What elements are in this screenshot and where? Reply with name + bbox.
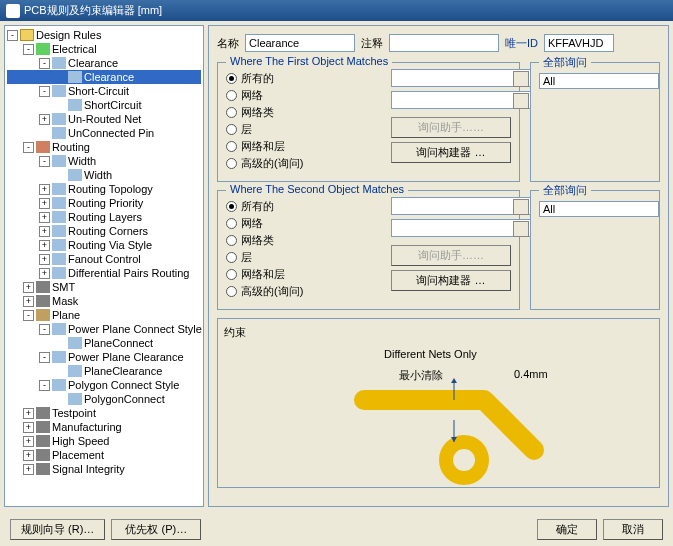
rule-icon bbox=[52, 197, 66, 209]
collapse-icon[interactable]: - bbox=[23, 142, 34, 153]
tree-rvia[interactable]: +Routing Via Style bbox=[7, 238, 201, 252]
tree-shortcircuit-grp[interactable]: -Short-Circuit bbox=[7, 84, 201, 98]
tree-polyconn-grp[interactable]: -Polygon Connect Style bbox=[7, 378, 201, 392]
expand-icon[interactable]: + bbox=[23, 408, 34, 419]
radio-netclass[interactable]: 网络类 bbox=[226, 105, 381, 120]
expand-icon[interactable]: + bbox=[23, 296, 34, 307]
collapse-icon[interactable]: - bbox=[39, 58, 50, 69]
tree-hispeed[interactable]: +High Speed bbox=[7, 434, 201, 448]
tree-ppclear-grp[interactable]: -Power Plane Clearance bbox=[7, 350, 201, 364]
tree-shortcircuit[interactable]: ShortCircuit bbox=[7, 98, 201, 112]
radio-net[interactable]: 网络 bbox=[226, 88, 381, 103]
combo4[interactable] bbox=[391, 219, 531, 237]
expand-icon[interactable]: + bbox=[39, 226, 50, 237]
radio-icon bbox=[226, 235, 237, 246]
tree-rprio[interactable]: +Routing Priority bbox=[7, 196, 201, 210]
collapse-icon[interactable]: - bbox=[23, 44, 34, 55]
app-icon bbox=[6, 4, 20, 18]
expand-icon[interactable]: + bbox=[39, 114, 50, 125]
name-label: 名称 bbox=[217, 36, 239, 51]
radio-layer[interactable]: 层 bbox=[226, 122, 381, 137]
expand-icon[interactable]: + bbox=[39, 240, 50, 251]
query-builder-button-2[interactable]: 询问构建器 … bbox=[391, 270, 511, 291]
radio-net-2[interactable]: 网络 bbox=[226, 216, 381, 231]
combo2[interactable] bbox=[391, 91, 531, 109]
tree-ppclear[interactable]: PlaneClearance bbox=[7, 364, 201, 378]
collapse-icon[interactable]: - bbox=[7, 30, 18, 41]
radio-icon bbox=[226, 73, 237, 84]
tree-smt[interactable]: +SMT bbox=[7, 280, 201, 294]
rule-tree[interactable]: -Design Rules -Electrical -Clearance Cle… bbox=[4, 25, 204, 507]
rule-icon bbox=[52, 323, 66, 335]
name-input[interactable] bbox=[245, 34, 355, 52]
testpoint-icon bbox=[36, 407, 50, 419]
expand-icon[interactable]: + bbox=[39, 254, 50, 265]
tree-clearance-sel[interactable]: Clearance bbox=[7, 70, 201, 84]
tree-mfg[interactable]: +Manufacturing bbox=[7, 420, 201, 434]
tree-sigint[interactable]: +Signal Integrity bbox=[7, 462, 201, 476]
radio-adv[interactable]: 高级的(询问) bbox=[226, 156, 381, 171]
rule-wizard-button[interactable]: 规则向导 (R)… bbox=[10, 519, 105, 540]
rule-icon bbox=[68, 365, 82, 377]
priority-button[interactable]: 优先权 (P)… bbox=[111, 519, 201, 540]
tree-ppconn-grp[interactable]: -Power Plane Connect Style bbox=[7, 322, 201, 336]
expand-icon[interactable]: + bbox=[39, 198, 50, 209]
expand-icon[interactable]: + bbox=[23, 436, 34, 447]
tree-root[interactable]: -Design Rules bbox=[7, 28, 201, 42]
tree-unrouted[interactable]: +Un-Routed Net bbox=[7, 112, 201, 126]
uid-input[interactable] bbox=[544, 34, 614, 52]
tree-mask[interactable]: +Mask bbox=[7, 294, 201, 308]
query-builder-button[interactable]: 询问构建器 … bbox=[391, 142, 511, 163]
radio-all-2[interactable]: 所有的 bbox=[226, 199, 381, 214]
query-text[interactable]: All bbox=[539, 73, 659, 89]
where-first-legend: Where The First Object Matches bbox=[226, 55, 392, 67]
expand-icon[interactable]: + bbox=[23, 450, 34, 461]
content-panel: 名称 注释 唯一ID Where The First Object Matche… bbox=[208, 25, 669, 507]
tree-diffpair[interactable]: +Differential Pairs Routing bbox=[7, 266, 201, 280]
expand-icon[interactable]: + bbox=[39, 212, 50, 223]
tree-polyconn[interactable]: PolygonConnect bbox=[7, 392, 201, 406]
collapse-icon[interactable]: - bbox=[39, 324, 50, 335]
expand-icon[interactable]: + bbox=[39, 268, 50, 279]
radio-icon bbox=[226, 124, 237, 135]
tree-width[interactable]: Width bbox=[7, 168, 201, 182]
combo1[interactable] bbox=[391, 69, 531, 87]
tree-rcorners[interactable]: +Routing Corners bbox=[7, 224, 201, 238]
tree-clearance-grp[interactable]: -Clearance bbox=[7, 56, 201, 70]
query-text-2[interactable]: All bbox=[539, 201, 659, 217]
collapse-icon[interactable]: - bbox=[39, 156, 50, 167]
titlebar: PCB规则及约束编辑器 [mm] bbox=[0, 0, 673, 21]
electrical-icon bbox=[36, 43, 50, 55]
radio-netlayer-2[interactable]: 网络和层 bbox=[226, 267, 381, 282]
combo3[interactable] bbox=[391, 197, 531, 215]
expand-icon[interactable]: + bbox=[23, 422, 34, 433]
ok-button[interactable]: 确定 bbox=[537, 519, 597, 540]
radio-layer-2[interactable]: 层 bbox=[226, 250, 381, 265]
tree-electrical[interactable]: -Electrical bbox=[7, 42, 201, 56]
comment-input[interactable] bbox=[389, 34, 499, 52]
tree-placement[interactable]: +Placement bbox=[7, 448, 201, 462]
expand-icon[interactable]: + bbox=[23, 464, 34, 475]
collapse-icon[interactable]: - bbox=[39, 352, 50, 363]
expand-icon[interactable]: + bbox=[23, 282, 34, 293]
tree-fanout[interactable]: +Fanout Control bbox=[7, 252, 201, 266]
tree-width-grp[interactable]: -Width bbox=[7, 154, 201, 168]
radio-netclass-2[interactable]: 网络类 bbox=[226, 233, 381, 248]
cancel-button[interactable]: 取消 bbox=[603, 519, 663, 540]
tree-routing[interactable]: -Routing bbox=[7, 140, 201, 154]
radio-all[interactable]: 所有的 bbox=[226, 71, 381, 86]
tree-rlayers[interactable]: +Routing Layers bbox=[7, 210, 201, 224]
tree-unconnected[interactable]: UnConnected Pin bbox=[7, 126, 201, 140]
radio-adv-2[interactable]: 高级的(询问) bbox=[226, 284, 381, 299]
collapse-icon[interactable]: - bbox=[23, 310, 34, 321]
tree-testpoint[interactable]: +Testpoint bbox=[7, 406, 201, 420]
radio-netlayer[interactable]: 网络和层 bbox=[226, 139, 381, 154]
mfg-icon bbox=[36, 421, 50, 433]
tree-rtopo[interactable]: +Routing Topology bbox=[7, 182, 201, 196]
tree-plane[interactable]: -Plane bbox=[7, 308, 201, 322]
tree-ppconn[interactable]: PlaneConnect bbox=[7, 336, 201, 350]
collapse-icon[interactable]: - bbox=[39, 86, 50, 97]
radio-icon bbox=[226, 218, 237, 229]
expand-icon[interactable]: + bbox=[39, 184, 50, 195]
collapse-icon[interactable]: - bbox=[39, 380, 50, 391]
